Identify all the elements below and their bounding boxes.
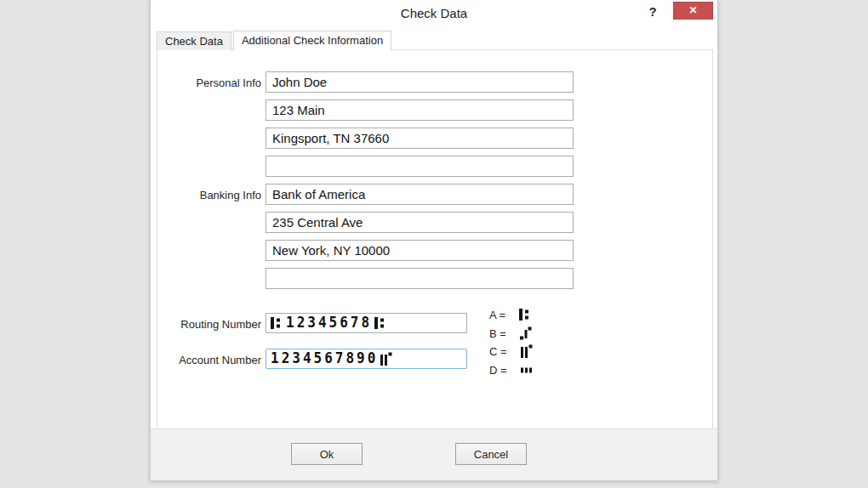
banking-info-input-city[interactable] bbox=[266, 240, 574, 261]
routing-number-label: Routing Number bbox=[157, 318, 261, 331]
micr-legend-row-d: D = bbox=[489, 363, 533, 377]
tab-panel: Personal Info Banking Info Routing Numbe… bbox=[157, 49, 713, 429]
help-button[interactable]: ? bbox=[644, 3, 661, 20]
personal-info-input-address[interactable] bbox=[266, 99, 574, 121]
micr-legend-label-c: C = bbox=[489, 345, 507, 358]
close-button[interactable]: ✕ bbox=[673, 2, 713, 20]
window-title: Check Data bbox=[151, 6, 717, 20]
micr-dash-icon bbox=[521, 363, 533, 377]
micr-legend-label-d: D = bbox=[489, 364, 507, 377]
micr-legend-label-a: A = bbox=[489, 309, 505, 321]
micr-on-us-icon bbox=[521, 344, 533, 358]
routing-number-field[interactable]: 12345678 bbox=[266, 313, 467, 333]
account-number-label: Account Number bbox=[157, 354, 261, 366]
account-micr-digits: 1234567890 bbox=[271, 352, 378, 366]
personal-info-input-extra[interactable] bbox=[266, 156, 574, 177]
banking-info-input-bank[interactable] bbox=[266, 184, 574, 205]
title-bar: Check Data ? ✕ bbox=[151, 0, 717, 27]
banking-info-label: Banking Info bbox=[157, 189, 261, 201]
check-data-dialog: Check Data ? ✕ Check Data Additional Che… bbox=[150, 0, 718, 481]
tab-strip: Check Data Additional Check Information bbox=[157, 31, 711, 50]
micr-legend-label-b: B = bbox=[489, 327, 506, 340]
banking-info-input-address[interactable] bbox=[266, 212, 574, 233]
dialog-footer: Ok Cancel bbox=[151, 428, 717, 480]
tab-check-data[interactable]: Check Data bbox=[157, 31, 231, 50]
micr-legend-row-c: C = bbox=[489, 344, 533, 358]
help-icon: ? bbox=[648, 4, 656, 19]
close-icon: ✕ bbox=[688, 4, 697, 16]
tab-additional-check-information[interactable]: Additional Check Information bbox=[233, 31, 391, 51]
cancel-button[interactable]: Cancel bbox=[455, 443, 527, 465]
personal-info-input-city[interactable] bbox=[266, 128, 574, 149]
micr-transit-icon bbox=[271, 316, 281, 330]
micr-transit-icon bbox=[519, 308, 529, 321]
account-number-field[interactable]: 1234567890 bbox=[266, 349, 467, 369]
personal-info-label: Personal Info bbox=[157, 77, 261, 89]
banking-info-input-extra[interactable] bbox=[266, 268, 574, 289]
micr-on-us-icon bbox=[380, 352, 392, 366]
micr-legend-row-b: B = bbox=[489, 326, 532, 340]
routing-micr-digits: 12345678 bbox=[286, 316, 372, 331]
personal-info-input-name[interactable] bbox=[266, 71, 574, 93]
micr-legend-row-a: A = bbox=[489, 308, 529, 321]
ok-button[interactable]: Ok bbox=[291, 443, 363, 465]
micr-transit-icon bbox=[374, 316, 385, 330]
micr-amount-icon bbox=[520, 326, 532, 340]
